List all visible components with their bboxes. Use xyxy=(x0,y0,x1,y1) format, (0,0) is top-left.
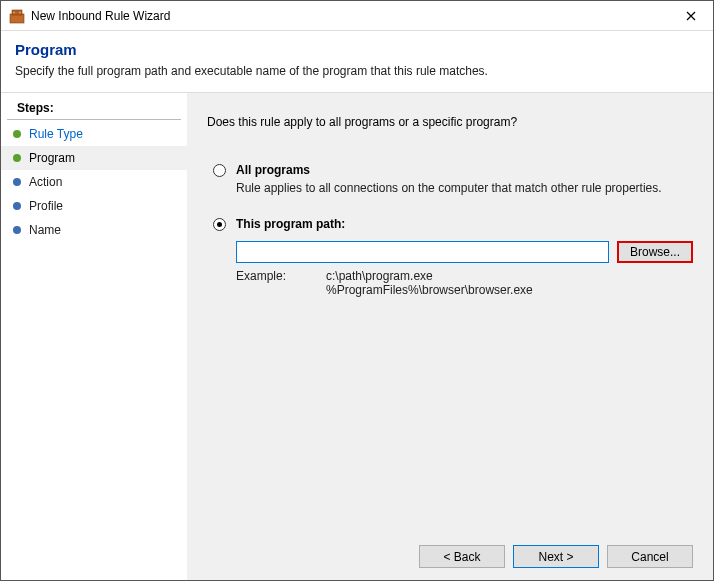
cancel-button[interactable]: Cancel xyxy=(607,545,693,568)
step-bullet-icon xyxy=(13,202,21,210)
wizard-window: New Inbound Rule Wizard Program Specify … xyxy=(0,0,714,581)
program-path-row: Browse... xyxy=(236,241,693,263)
step-rule-type[interactable]: Rule Type xyxy=(1,122,187,146)
example-row: Example: c:\path\program.exe %ProgramFil… xyxy=(236,269,693,297)
step-label: Program xyxy=(29,151,75,165)
titlebar: New Inbound Rule Wizard xyxy=(1,1,713,31)
step-label: Action xyxy=(29,175,62,189)
option-this-label: This program path: xyxy=(236,217,345,231)
steps-title: Steps: xyxy=(7,99,181,120)
next-button[interactable]: Next > xyxy=(513,545,599,568)
option-all-programs[interactable]: All programs xyxy=(213,163,693,177)
step-bullet-icon xyxy=(13,154,21,162)
page-title: Program xyxy=(15,41,699,58)
example-label: Example: xyxy=(236,269,290,297)
example-values: c:\path\program.exe %ProgramFiles%\brows… xyxy=(326,269,533,297)
svg-rect-0 xyxy=(10,14,24,23)
step-action[interactable]: Action xyxy=(1,170,187,194)
wizard-buttons: < Back Next > Cancel xyxy=(207,535,693,568)
wizard-header: Program Specify the full program path an… xyxy=(1,31,713,93)
step-bullet-icon xyxy=(13,226,21,234)
program-path-input[interactable] xyxy=(236,241,609,263)
app-icon xyxy=(9,8,25,24)
option-all-desc: Rule applies to all connections on the c… xyxy=(236,181,693,195)
step-label: Name xyxy=(29,223,61,237)
question-text: Does this rule apply to all programs or … xyxy=(207,115,693,129)
wizard-body: Steps: Rule Type Program Action Profile … xyxy=(1,93,713,580)
svg-point-2 xyxy=(13,11,15,13)
step-program[interactable]: Program xyxy=(1,146,187,170)
option-all-label: All programs xyxy=(236,163,310,177)
option-this-program[interactable]: This program path: xyxy=(213,217,693,231)
step-name[interactable]: Name xyxy=(1,218,187,242)
radio-all-programs[interactable] xyxy=(213,164,226,177)
step-label: Profile xyxy=(29,199,63,213)
steps-sidebar: Steps: Rule Type Program Action Profile … xyxy=(1,93,187,580)
svg-point-3 xyxy=(19,11,21,13)
browse-button[interactable]: Browse... xyxy=(617,241,693,263)
step-profile[interactable]: Profile xyxy=(1,194,187,218)
page-subtitle: Specify the full program path and execut… xyxy=(15,64,699,78)
close-button[interactable] xyxy=(668,1,713,31)
back-button[interactable]: < Back xyxy=(419,545,505,568)
window-title: New Inbound Rule Wizard xyxy=(31,9,668,23)
radio-this-program[interactable] xyxy=(213,218,226,231)
main-pane: Does this rule apply to all programs or … xyxy=(187,93,713,580)
step-bullet-icon xyxy=(13,178,21,186)
step-label[interactable]: Rule Type xyxy=(29,127,83,141)
step-bullet-icon xyxy=(13,130,21,138)
